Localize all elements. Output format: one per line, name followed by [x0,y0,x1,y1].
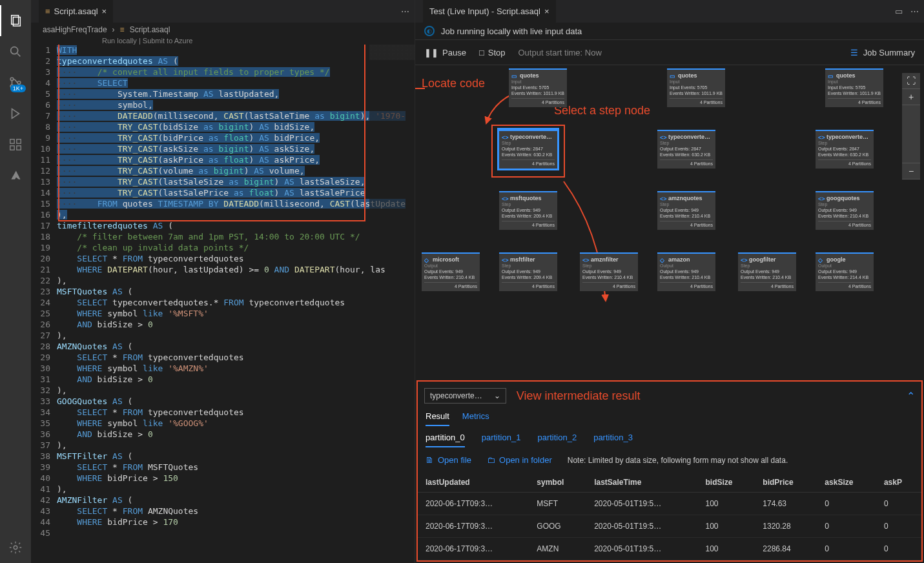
step-dropdown[interactable]: typeconverte… ⌄ [424,388,506,404]
svg-point-6 [17,81,21,85]
svg-rect-8 [10,139,14,143]
minimap[interactable] [369,45,415,238]
node-q1[interactable]: ▭quotesInputInput Events: 5705Events Wri… [509,68,567,107]
test-toolbar: ❚❚Pause □Stop Output start time: Now ☰ J… [415,39,924,65]
explorer-icon[interactable] [0,5,31,36]
col-symbol[interactable]: symbol [529,473,586,493]
table-row[interactable]: 2020-06-17T09:3…GOOG2020-05-01T19:5…1001… [418,515,921,538]
annotation-view: View intermediate result [517,389,641,403]
node-mf[interactable]: <>msftfilterStepOutput Events: 949Events… [499,252,557,291]
node-go[interactable]: ◇googleOutputOutput Events: 949Events Wr… [816,252,874,291]
tab-result[interactable]: Result [426,411,449,426]
folder-icon: 🗀 [487,455,495,465]
annotation-locate: Locate code [422,77,485,90]
result-table: lastUpdatedsymbollastSaleTimebidSizebidP… [418,473,921,560]
close-icon[interactable]: × [544,6,549,16]
table-row[interactable]: 2020-06-17T09:3…AMZN2020-05-01T19:5…1002… [418,538,921,560]
settings-icon[interactable] [0,532,31,563]
breadcrumb[interactable]: asaHighFreqTrade › ≡ Script.asaql [31,23,415,37]
code-editor[interactable]: 1234567891011121314151617181920212223242… [31,45,415,563]
node-g1[interactable]: <>googquotesStepOutput Events: 949Events… [816,191,874,230]
node-t3[interactable]: <>typeconvertedquot…StepOutput Events: 2… [816,130,874,169]
zoom-in[interactable]: + [902,89,920,105]
collapse-icon[interactable]: ⌃ [907,390,915,402]
tab-metrics[interactable]: Metrics [462,411,489,426]
open-file-link[interactable]: 🗎Open file [426,455,471,465]
partition-2[interactable]: partition_2 [537,433,577,447]
zoom-fit[interactable]: ⛶ [902,73,920,89]
file-icon: 🗎 [426,455,434,465]
node-am[interactable]: ◇amazonOutputOutput Events: 949Events Wr… [657,252,715,291]
editor-tab[interactable]: ≡ Script.asaql × [39,0,113,23]
status-bar: ◐ Job running locally with live input da… [415,23,924,39]
editor-pane: ≡ Script.asaql × ⋯ asaHighFreqTrade › ≡ … [31,0,415,563]
test-tab[interactable]: Test (Live Input) - Script.asaql × [423,0,556,23]
stop-button[interactable]: □Stop [479,48,506,57]
split-icon[interactable]: ▭ [895,6,903,16]
node-ms[interactable]: ◇microsoftOutputOutput Events: 949Events… [422,252,480,291]
close-icon[interactable]: × [102,6,107,16]
stop-icon: □ [479,48,484,57]
status-text: Job running locally with live input data [441,26,582,36]
node-t1[interactable]: <>typeconvertedquot…StepOutput Events: 2… [499,130,557,169]
right-tab-bar: Test (Live Input) - Script.asaql × ▭ ⋯ [415,0,924,23]
svg-line-3 [17,54,21,57]
job-summary-button[interactable]: Job Summary [863,48,915,57]
editor-tab-bar: ≡ Script.asaql × ⋯ [31,0,415,23]
col-bidPrice[interactable]: bidPrice [755,473,817,493]
extensions-icon[interactable] [0,129,31,160]
azure-icon[interactable] [0,160,31,191]
tab-title: Script.asaql [54,6,98,16]
col-askP[interactable]: askP [876,473,921,493]
node-q3[interactable]: ▭quotesInputInput Events: 5705Events Wri… [825,68,883,107]
node-af[interactable]: <>amznfilterStepOutput Events: 949Events… [580,252,638,291]
open-folder-link[interactable]: 🗀Open in folder [487,455,552,465]
partition-0[interactable]: partition_0 [426,433,465,447]
svg-point-2 [11,47,18,54]
pause-button[interactable]: ❚❚Pause [424,48,466,57]
file-icon: ≡ [45,6,50,16]
test-pane: Test (Live Input) - Script.asaql × ▭ ⋯ ◐… [415,0,924,563]
search-icon[interactable] [0,36,31,67]
output-start-time: Output start time: Now [518,48,601,57]
submit-azure-link[interactable]: Submit to Azure [143,37,193,45]
chevron-down-icon: ⌄ [494,391,500,400]
svg-rect-9 [10,146,14,150]
col-bidSize[interactable]: bidSize [698,473,755,493]
more-icon[interactable]: ⋯ [401,6,409,16]
col-lastSaleTime[interactable]: lastSaleTime [586,473,697,493]
spinner-icon: ◐ [424,26,435,36]
run-locally-link[interactable]: Run locally [102,37,137,45]
svg-point-4 [10,77,14,81]
node-gf[interactable]: <>googfilterStepOutput Events: 949Events… [738,252,796,291]
job-diagram[interactable]: Locate code Select a step node ⛶ + − ▭qu… [415,65,924,380]
result-tabs: Result Metrics [418,406,921,426]
codelens: Run locally | Submit to Azure [31,37,415,45]
table-row[interactable]: 2020-06-17T09:3…MSFT2020-05-01T19:5…1001… [418,493,921,515]
list-icon: ☰ [850,48,858,57]
partition-tabs: partition_0 partition_1 partition_2 part… [418,426,921,447]
node-q2[interactable]: ▭quotesInputInput Events: 5705Events Wri… [667,68,725,107]
partition-3[interactable]: partition_3 [593,433,633,447]
svg-point-12 [14,546,17,549]
zoom-slider[interactable] [902,105,920,163]
data-limit-note: Note: Limited by data size, following fo… [568,456,788,465]
source-control-icon[interactable]: 1K+ [0,67,31,98]
node-m1[interactable]: <>msftquotesStepOutput Events: 949Events… [499,191,557,230]
node-t2[interactable]: <>typeconvertedquot…StepOutput Events: 2… [657,130,715,169]
pause-icon: ❚❚ [424,48,438,57]
svg-rect-10 [17,146,21,150]
svg-marker-7 [12,109,19,119]
svg-rect-11 [17,139,21,143]
activity-bar: 1K+ [0,0,31,563]
tab-title: Test (Live Input) - Script.asaql [429,6,540,16]
more-icon[interactable]: ⋯ [910,6,919,16]
run-icon[interactable] [0,98,31,129]
col-lastUpdated[interactable]: lastUpdated [418,473,529,493]
col-askSize[interactable]: askSize [817,473,876,493]
node-a1[interactable]: <>amznquotesStepOutput Events: 949Events… [657,191,715,230]
annotation-select: Select a step node [554,104,650,118]
zoom-out[interactable]: − [902,163,920,179]
partition-1[interactable]: partition_1 [482,433,521,447]
scm-badge: 1K+ [10,85,26,92]
